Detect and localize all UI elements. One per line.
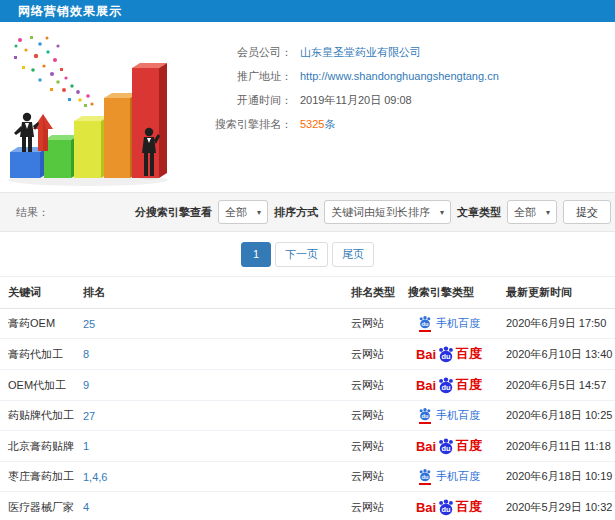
mobile-baidu-text: 手机百度 [436,469,480,484]
rank-cell: 8 [75,339,343,370]
mobile-baidu-paw-icon: du [418,407,432,424]
rank-link[interactable]: 8 [83,348,89,360]
baidu-logo: Bai du 百度 [416,498,482,516]
updated-cell: 2020年6月11日 11:18 [498,431,615,462]
sort-filter-caption: 排序方式 [274,205,318,220]
rank-type-cell: 云网站 [343,339,400,370]
table-row: 膏药OEM 25 云网站 du 手机百度 2020年6月9日 17: [0,309,615,339]
col-updated: 最新更新时间 [498,277,615,309]
table-row: 医疗器械厂家 4 云网站 Bai du 百度 2020年5月29日 10: [0,492,615,520]
table-row: 膏药代加工 8 云网站 Bai du 百度 2020年6月10日 13:4 [0,339,615,370]
keyword-cell: 药贴牌代加工 [0,401,75,431]
rank-type-cell: 云网站 [343,309,400,339]
svg-text:du: du [442,352,451,361]
engine-cell: Bai du 百度 [400,492,498,520]
engine-select-value: 全部 [225,205,247,220]
rank-type-cell: 云网站 [343,492,400,520]
filter-group: 分搜索引擎查看 全部 ▾ 排序方式 关键词由短到长排序 ▾ 文章类型 全部 ▾ … [135,200,611,224]
member-company-link[interactable]: 山东皇圣堂药业有限公司 [300,45,421,60]
article-type-select[interactable]: 全部 ▾ [507,200,557,224]
col-rank-type: 排名类型 [343,277,400,309]
app-header: 网络营销效果展示 [0,0,615,22]
svg-text:du: du [422,474,429,480]
updated-cell: 2020年5月29日 10:32 [498,492,615,520]
promo-url-link[interactable]: http://www.shandonghuangshengtang.cn [300,70,499,82]
engine-rank-label: 搜索引擎排名： [192,117,292,132]
last-page-button[interactable]: 尾页 [332,242,374,267]
rank-cell: 1 [75,431,343,462]
rank-link[interactable]: 1,4,6 [83,471,107,483]
info-section: 会员公司： 山东皇圣堂药业有限公司 推广地址： http://www.shand… [0,22,615,192]
mobile-baidu-underline [419,483,431,485]
mobile-baidu-text: 手机百度 [436,408,480,423]
svg-text:du: du [442,505,451,514]
rank-link[interactable]: 9 [83,379,89,391]
rank-link[interactable]: 25 [83,318,95,330]
sort-select-value: 关键词由短到长排序 [331,205,430,220]
table-header-row: 关键词 排名 排名类型 搜索引擎类型 最新更新时间 [0,277,615,309]
baidu-cn-text: 百度 [456,376,482,394]
engine-rank-suffix-link[interactable]: 条 [324,117,335,132]
engine-select[interactable]: 全部 ▾ [218,200,268,224]
filter-bar: 结果： 分搜索引擎查看 全部 ▾ 排序方式 关键词由短到长排序 ▾ 文章类型 全… [0,192,615,232]
businessman-left [14,113,39,152]
updated-cell: 2020年6月18日 10:19 [498,462,615,492]
open-time-label: 开通时间： [192,93,292,108]
rank-link[interactable]: 27 [83,410,95,422]
member-company-label: 会员公司： [192,45,292,60]
rank-cell: 25 [75,309,343,339]
table-row: 北京膏药贴牌 1 云网站 Bai du 百度 2020年6月11日 11: [0,431,615,462]
rank-cell: 9 [75,370,343,401]
field-engine-rank-count: 搜索引擎排名： 5325 条 [192,112,615,136]
field-member-company: 会员公司： 山东皇圣堂药业有限公司 [192,40,615,64]
table-row: 药贴牌代加工 27 云网站 du 手机百度 2020年6月18日 1 [0,401,615,431]
engine-cell: Bai du 百度 [400,339,498,370]
updated-cell: 2020年6月10日 13:40 [498,339,615,370]
page-title: 网络营销效果展示 [0,3,122,20]
page-button-current[interactable]: 1 [241,242,271,267]
field-promo-url: 推广地址： http://www.shandonghuangshengtang.… [192,64,615,88]
updated-cell: 2020年6月9日 17:50 [498,309,615,339]
rank-link[interactable]: 4 [83,501,89,513]
company-info-fields: 会员公司： 山东皇圣堂药业有限公司 推广地址： http://www.shand… [192,30,615,192]
mobile-baidu-text: 手机百度 [436,316,480,331]
updated-cell: 2020年6月18日 10:25 [498,401,615,431]
table-row: 枣庄膏药加工 1,4,6 云网站 du 手机百度 2020年6月18 [0,462,615,492]
article-type-select-value: 全部 [514,205,536,220]
results-table: 关键词 排名 排名类型 搜索引擎类型 最新更新时间 膏药OEM 25 云网站 d… [0,276,615,520]
rank-type-cell: 云网站 [343,401,400,431]
engine-cell: Bai du 百度 [400,431,498,462]
engine-cell: du 手机百度 [400,309,498,339]
chevron-down-icon: ▾ [546,208,550,217]
baidu-logo: Bai du 百度 [416,345,482,363]
baidu-bai-text: Bai [416,500,436,515]
bar-chart-illustration-svg [0,30,192,190]
keyword-cell: OEM代加工 [0,370,75,401]
engine-filter-caption: 分搜索引擎查看 [135,205,212,220]
sort-select[interactable]: 关键词由短到长排序 ▾ [324,200,451,224]
keyword-cell: 北京膏药贴牌 [0,431,75,462]
baidu-bai-text: Bai [416,439,436,454]
mobile-baidu-logo: du 手机百度 [418,407,480,424]
submit-button[interactable]: 提交 [563,200,611,224]
rank-link[interactable]: 1 [83,440,89,452]
updated-cell: 2020年6月5日 14:57 [498,370,615,401]
baidu-paw-icon: du [437,437,455,455]
rank-type-cell: 云网站 [343,431,400,462]
pagination: 1 下一页 尾页 [0,232,615,276]
rank-type-cell: 云网站 [343,462,400,492]
result-label: 结果： [16,205,49,220]
promo-url-label: 推广地址： [192,69,292,84]
mobile-baidu-paw-icon: du [418,468,432,485]
col-engine-type: 搜索引擎类型 [400,277,498,309]
keyword-cell: 医疗器械厂家 [0,492,75,520]
results-table-body: 膏药OEM 25 云网站 du 手机百度 2020年6月9日 17: [0,309,615,520]
baidu-logo: Bai du 百度 [416,437,482,455]
baidu-bai-text: Bai [416,347,436,362]
bars [10,63,167,178]
baidu-paw-icon: du [437,345,455,363]
engine-cell: du 手机百度 [400,401,498,431]
mobile-baidu-logo: du 手机百度 [418,315,480,332]
marketing-growth-chart-illustration [0,30,192,190]
next-page-button[interactable]: 下一页 [275,242,328,267]
